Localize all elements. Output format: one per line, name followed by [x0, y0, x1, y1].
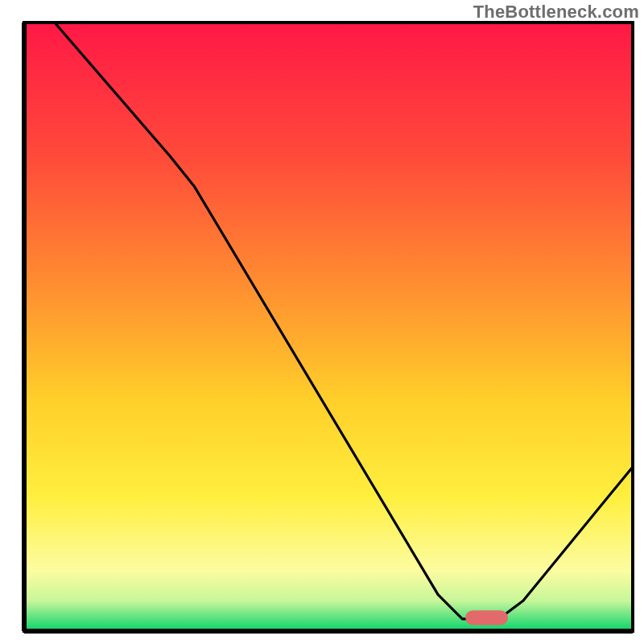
plot-gradient-bg: [24, 23, 633, 631]
bottleneck-chart: [0, 0, 644, 644]
chart-stage: TheBottleneck.com: [0, 0, 644, 644]
valley-marker: [465, 610, 508, 625]
watermark-text: TheBottleneck.com: [473, 2, 639, 23]
